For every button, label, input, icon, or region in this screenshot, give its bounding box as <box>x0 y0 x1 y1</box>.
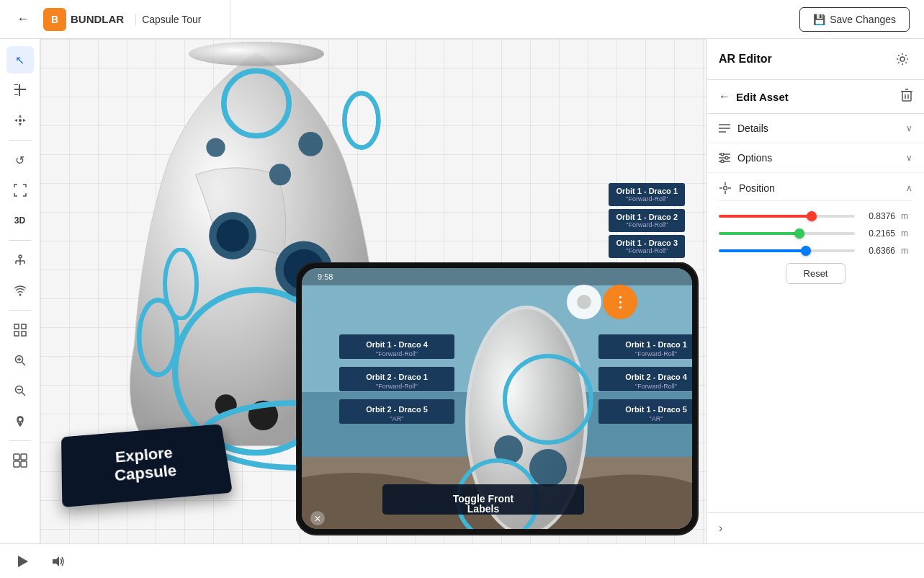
svg-point-40 <box>269 164 291 185</box>
svg-rect-89 <box>302 268 692 285</box>
pin-button[interactable] <box>6 407 34 435</box>
delete-button[interactable] <box>901 89 912 105</box>
zoom-in-button[interactable] <box>6 347 34 374</box>
move-tool-button[interactable] <box>6 107 34 134</box>
trash-icon <box>901 89 912 102</box>
audio-icon <box>51 556 64 567</box>
add-tool-button[interactable] <box>6 76 34 104</box>
svg-marker-5 <box>19 115 22 117</box>
anchor-button[interactable] <box>6 246 34 274</box>
options-chevron: ∨ <box>906 153 912 163</box>
undo-button[interactable]: ↺ <box>6 146 34 174</box>
y-unit: m <box>901 228 912 239</box>
edit-asset-back-button[interactable]: ← <box>719 90 730 103</box>
svg-point-14 <box>19 294 21 296</box>
bottom-bar <box>0 543 924 578</box>
x-unit: m <box>901 211 912 221</box>
svg-point-26 <box>18 417 22 422</box>
svg-rect-17 <box>14 332 19 336</box>
svg-rect-16 <box>22 324 26 329</box>
topbar: ← B BUNDLAR Capsule Tour 💾 Save Changes <box>0 0 924 39</box>
svg-text:9:58: 9:58 <box>318 272 333 281</box>
svg-point-63 <box>529 449 567 486</box>
position-left: Position <box>719 182 775 195</box>
zoom-out-icon <box>14 384 27 397</box>
save-changes-button[interactable]: 💾 Save Changes <box>799 7 910 32</box>
zoom-out-button[interactable] <box>6 377 34 404</box>
options-icon <box>719 153 730 163</box>
edit-asset-left: ← Edit Asset <box>719 90 789 103</box>
logo-area: B BUNDLAR <box>43 8 124 31</box>
svg-text:Labels: Labels <box>467 503 500 515</box>
edit-asset-bar: ← Edit Asset <box>707 80 924 114</box>
3d-mode-button[interactable]: 3D <box>6 207 34 234</box>
details-section-header[interactable]: Details ∨ <box>707 114 924 143</box>
orbit-label-3[interactable]: Orbit 1 - Draco 3 "Forward-Roll" <box>609 235 685 258</box>
panel-header: AR Editor <box>707 39 924 80</box>
position-section-header[interactable]: Position ∧ <box>719 173 912 201</box>
svg-line-20 <box>22 363 25 366</box>
svg-text:Orbit 1 - Draco 5: Orbit 1 - Draco 5 <box>625 405 687 414</box>
svg-text:"Forward-Roll": "Forward-Roll" <box>376 350 418 357</box>
options-section-header[interactable]: Options ∨ <box>707 143 924 173</box>
svg-rect-96 <box>902 92 911 101</box>
position-section: Position ∧ 0.8376 m 0.2165 m 0.6366 m <box>707 173 924 293</box>
svg-rect-30 <box>21 461 27 467</box>
left-toolbar: ↖ ↺ 3D <box>0 39 40 543</box>
components-button[interactable] <box>6 447 34 474</box>
svg-marker-6 <box>19 123 22 126</box>
svg-point-105 <box>721 153 724 156</box>
divider-3 <box>9 310 31 311</box>
details-section-left: Details <box>719 123 768 134</box>
svg-text:"AR": "AR" <box>390 415 404 422</box>
svg-point-33 <box>344 93 378 147</box>
z-position-slider[interactable] <box>719 249 855 252</box>
y-position-slider[interactable] <box>719 232 855 235</box>
svg-text:Orbit 2 - Draco 4: Orbit 2 - Draco 4 <box>625 373 687 381</box>
details-chevron: ∨ <box>906 123 912 133</box>
pin-icon <box>14 414 27 427</box>
svg-text:"Forward-Roll": "Forward-Roll" <box>376 383 418 390</box>
orbit-label-2[interactable]: Orbit 1 - Draco 2 "Forward-Roll" <box>609 209 685 232</box>
audio-button[interactable] <box>46 550 69 573</box>
gear-button[interactable] <box>892 49 912 69</box>
y-value: 0.2165 <box>861 228 895 239</box>
svg-rect-28 <box>21 454 27 460</box>
topbar-left: ← B BUNDLAR Capsule Tour <box>0 0 230 38</box>
x-slider-row: 0.8376 m <box>719 211 912 221</box>
play-icon <box>18 556 28 567</box>
grid-icon <box>14 324 27 337</box>
collapse-button[interactable]: › <box>719 522 722 535</box>
position-icon <box>719 182 732 195</box>
reset-button[interactable]: Reset <box>786 263 846 284</box>
phone-svg: Orbit 1 - Draco 4 "Forward-Roll" Orbit 2… <box>296 262 699 536</box>
wifi-icon <box>14 284 27 297</box>
grid-button[interactable] <box>6 316 34 344</box>
svg-point-9 <box>19 255 22 258</box>
svg-point-46 <box>165 249 197 319</box>
svg-text:⋮: ⋮ <box>613 294 627 310</box>
svg-text:✕: ✕ <box>314 514 321 524</box>
x-position-slider[interactable] <box>719 215 855 218</box>
cursor-icon: ↖ <box>15 53 24 67</box>
orbit-label-1[interactable]: Orbit 1 - Draco 1 "Forward-Roll" <box>609 183 685 206</box>
svg-line-24 <box>22 393 25 396</box>
back-button[interactable]: ← <box>12 8 35 31</box>
phone-overlay: Orbit 1 - Draco 4 "Forward-Roll" Orbit 2… <box>296 262 699 536</box>
svg-text:"Forward-Roll": "Forward-Roll" <box>635 383 677 390</box>
svg-rect-18 <box>22 332 26 336</box>
y-slider-row: 0.2165 m <box>719 228 912 239</box>
zoom-in-icon <box>14 354 27 367</box>
select-tool-button[interactable]: ↖ <box>6 46 34 74</box>
svg-point-95 <box>900 57 905 61</box>
wifi-button[interactable] <box>6 277 34 304</box>
play-button[interactable] <box>12 550 35 573</box>
svg-point-31 <box>189 42 324 66</box>
fullscreen-button[interactable] <box>6 177 34 204</box>
svg-text:"Forward-Roll": "Forward-Roll" <box>635 350 677 357</box>
viewport[interactable]: Explore Capsule Orbit 1 - Draco 1 "Forwa… <box>40 39 707 543</box>
save-icon: 💾 <box>813 14 825 25</box>
bundlar-logo-icon: B <box>43 8 66 31</box>
explore-card-text: Explore Capsule <box>113 444 178 486</box>
svg-marker-115 <box>18 556 28 567</box>
